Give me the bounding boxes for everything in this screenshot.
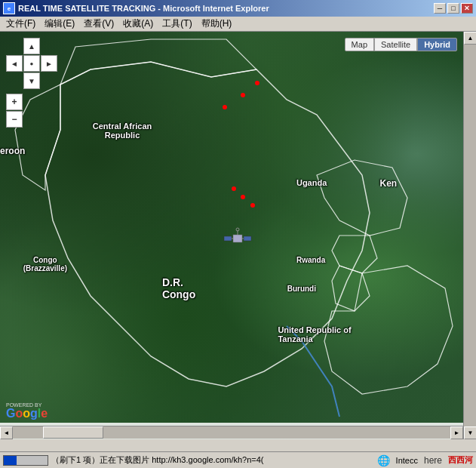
svg-rect-3 bbox=[244, 236, 251, 241]
satellite-dot-3 bbox=[223, 105, 227, 109]
close-button[interactable]: ✕ bbox=[461, 3, 473, 14]
pan-right-button[interactable]: ► bbox=[41, 55, 57, 72]
title-bar: e REAL TIME SATELLITE TRACKING - Microso… bbox=[0, 0, 476, 17]
status-label-xixihe: 西西河 bbox=[448, 454, 473, 466]
map-type-buttons: Map Satellite Hybrid bbox=[345, 38, 457, 51]
menu-view[interactable]: 查看(V) bbox=[79, 17, 118, 31]
status-right: 🌐 Intecc here 西西河 bbox=[377, 454, 473, 466]
zoom-out-button[interactable]: − bbox=[6, 111, 23, 128]
scroll-track-v[interactable] bbox=[464, 45, 476, 426]
horizontal-scrollbar: ◄ ► bbox=[0, 426, 463, 439]
google-text: Google bbox=[6, 408, 48, 420]
app-icon: e bbox=[3, 2, 15, 14]
menu-tools[interactable]: 工具(T) bbox=[158, 17, 196, 31]
status-text: （刷下1 项）正在下载图片 http://kh3.google.com/kh?n… bbox=[51, 454, 374, 466]
scroll-track-h[interactable] bbox=[13, 426, 450, 439]
pan-up-button[interactable]: ▲ bbox=[23, 38, 40, 54]
menu-favorites[interactable]: 收藏(A) bbox=[118, 17, 158, 31]
satellite-dot-6 bbox=[250, 203, 255, 208]
svg-rect-1 bbox=[224, 236, 232, 241]
status-icon-here: here bbox=[424, 455, 442, 466]
window-title: REAL TIME SATELLITE TRACKING - Microsoft… bbox=[18, 4, 269, 13]
pan-left-button[interactable]: ◄ bbox=[6, 55, 23, 72]
menu-edit[interactable]: 编辑(E) bbox=[40, 17, 79, 31]
map-controls: ▲ ◄ ● ► ▼ + − bbox=[6, 38, 57, 128]
zoom-in-button[interactable]: + bbox=[6, 94, 23, 110]
menu-bar: 文件(F) 编辑(E) 查看(V) 收藏(A) 工具(T) 帮助(H) bbox=[0, 17, 476, 32]
satellite-icon bbox=[223, 227, 253, 250]
map-type-hybrid[interactable]: Hybrid bbox=[417, 38, 457, 51]
menu-help[interactable]: 帮助(H) bbox=[197, 17, 237, 31]
status-icon-globe: 🌐 bbox=[377, 454, 390, 466]
svg-rect-0 bbox=[233, 235, 242, 242]
progress-bar bbox=[3, 455, 48, 466]
scroll-up-button[interactable]: ▲ bbox=[464, 32, 476, 45]
map-type-satellite[interactable]: Satellite bbox=[374, 38, 417, 51]
satellite-dot-2 bbox=[255, 81, 259, 85]
status-zone-label: Intecc bbox=[396, 456, 418, 465]
minimize-button[interactable]: ─ bbox=[434, 3, 446, 14]
maximize-button[interactable]: □ bbox=[447, 3, 459, 14]
browser-content: Central AfricanRepublic Congo(Brazzavill… bbox=[0, 32, 476, 451]
window-controls: ─ □ ✕ bbox=[434, 3, 473, 14]
status-bar: （刷下1 项）正在下载图片 http://kh3.google.com/kh?n… bbox=[0, 451, 476, 468]
pan-down-button[interactable]: ▼ bbox=[23, 72, 40, 89]
pan-center-button[interactable]: ● bbox=[23, 55, 40, 72]
google-logo-area: POWERED BY Google bbox=[6, 402, 48, 420]
scroll-right-button[interactable]: ► bbox=[450, 426, 463, 439]
scroll-thumb-h[interactable] bbox=[43, 426, 103, 439]
scroll-left-button[interactable]: ◄ bbox=[0, 426, 13, 439]
menu-file[interactable]: 文件(F) bbox=[2, 17, 40, 31]
vertical-scrollbar: ▲ ▼ bbox=[463, 32, 476, 439]
scroll-down-button[interactable]: ▼ bbox=[464, 426, 476, 439]
progress-fill bbox=[4, 456, 17, 465]
map-type-map[interactable]: Map bbox=[345, 38, 374, 51]
map-area[interactable]: Central AfricanRepublic Congo(Brazzavill… bbox=[0, 32, 463, 439]
